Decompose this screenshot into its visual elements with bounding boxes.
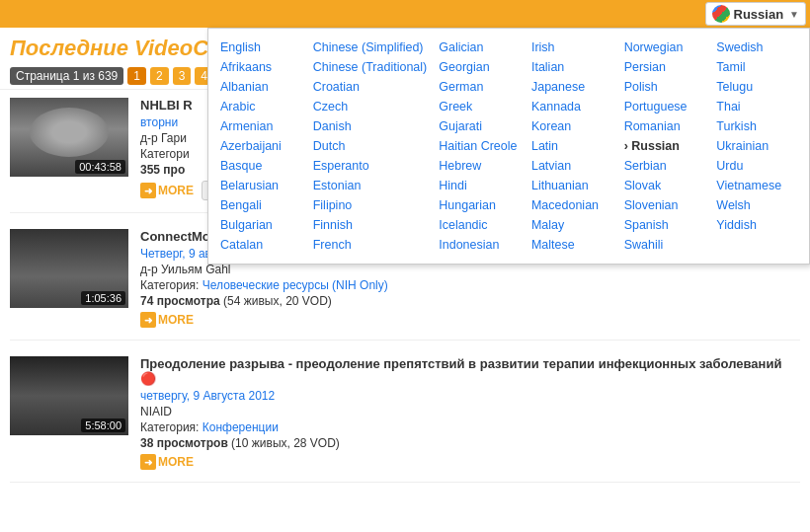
page-num-1[interactable]: 1	[127, 67, 146, 85]
language-option-bulgarian[interactable]: Bulgarian	[216, 216, 305, 234]
video-actions: ➜ MORE	[140, 312, 800, 328]
language-option-english[interactable]: English	[216, 38, 305, 56]
page-num-3[interactable]: 3	[173, 67, 192, 85]
language-option-azerbaijani[interactable]: Azerbaijani	[216, 137, 305, 155]
language-option-thai[interactable]: Thai	[712, 98, 801, 115]
language-option-kannada[interactable]: Kannada	[527, 98, 616, 115]
video-title: Преодоление разрыва - преодоление препят…	[140, 356, 800, 386]
video-thumbnail[interactable]: 00:43:58	[10, 98, 128, 177]
video-category: Категория: Человеческие ресурсы (NIH Onl…	[140, 278, 800, 292]
video-thumbnail[interactable]: 5:58:00	[10, 356, 128, 435]
language-option-albanian[interactable]: Albanian	[216, 78, 305, 96]
more-button[interactable]: ➜ MORE	[140, 454, 194, 470]
language-option-japanese[interactable]: Japanese	[527, 78, 616, 96]
video-thumbnail[interactable]: 1:05:36	[10, 229, 128, 308]
category-link[interactable]: Конференции	[202, 420, 279, 434]
language-option-french[interactable]: French	[309, 236, 432, 254]
video-views: 38 просмотров (10 живых, 28 VOD)	[140, 436, 800, 450]
video-duration: 00:43:58	[75, 160, 125, 174]
language-option-estonian[interactable]: Estonian	[309, 177, 432, 194]
language-option-irish[interactable]: Irish	[527, 38, 616, 56]
video-category: Категория: Конференции	[140, 420, 800, 434]
language-option-arabic[interactable]: Arabic	[216, 98, 305, 115]
language-selector[interactable]: Russian ▼	[705, 2, 806, 26]
language-option-danish[interactable]: Danish	[309, 117, 432, 135]
google-translate-icon	[712, 5, 730, 23]
video-actions: ➜ MORE	[140, 454, 800, 470]
language-option-telugu[interactable]: Telugu	[712, 78, 801, 96]
language-option-slovenian[interactable]: Slovenian	[620, 196, 709, 214]
language-option-greek[interactable]: Greek	[435, 98, 524, 115]
language-option-esperanto[interactable]: Esperanto	[309, 157, 432, 175]
language-option-persian[interactable]: Persian	[620, 58, 709, 76]
language-option-norwegian[interactable]: Norwegian	[620, 38, 709, 56]
language-option-korean[interactable]: Korean	[527, 117, 616, 135]
language-option-romanian[interactable]: Romanian	[620, 117, 709, 135]
language-option-bengali[interactable]: Bengali	[216, 196, 305, 214]
language-option-urdu[interactable]: Urdu	[712, 157, 801, 175]
language-option-icelandic[interactable]: Icelandic	[435, 216, 524, 234]
language-option-czech[interactable]: Czech	[309, 98, 432, 115]
language-option-chinese-(traditional)[interactable]: Chinese (Traditional)	[309, 58, 432, 76]
more-button[interactable]: ➜ MORE	[140, 312, 194, 328]
language-option-tamil[interactable]: Tamil	[712, 58, 801, 76]
language-option-indonesian[interactable]: Indonesian	[435, 236, 524, 254]
language-option-finnish[interactable]: Finnish	[309, 216, 432, 234]
language-option-yiddish[interactable]: Yiddish	[712, 216, 801, 234]
more-arrow-icon: ➜	[140, 454, 156, 470]
language-option-portuguese[interactable]: Portuguese	[620, 98, 709, 115]
current-language-label: Russian	[734, 7, 784, 22]
more-arrow-icon: ➜	[140, 312, 156, 328]
video-duration: 5:58:00	[81, 418, 125, 432]
language-option-filipino[interactable]: Filipino	[309, 196, 432, 214]
language-option-malay[interactable]: Malay	[527, 216, 616, 234]
language-option-spanish[interactable]: Spanish	[620, 216, 709, 234]
language-option-hungarian[interactable]: Hungarian	[435, 196, 524, 214]
language-option-russian[interactable]: Russian	[620, 137, 709, 155]
language-option-welsh[interactable]: Welsh	[712, 196, 801, 214]
language-option-armenian[interactable]: Armenian	[216, 117, 305, 135]
video-speaker: NIAID	[140, 405, 800, 418]
language-option-hebrew[interactable]: Hebrew	[435, 157, 524, 175]
video-duration: 1:05:36	[81, 291, 125, 305]
language-option-chinese-(simplified)[interactable]: Chinese (Simplified)	[309, 38, 432, 56]
language-option-georgian[interactable]: Georgian	[435, 58, 524, 76]
language-option-latvian[interactable]: Latvian	[527, 157, 616, 175]
language-option-catalan[interactable]: Catalan	[216, 236, 305, 254]
dropdown-arrow-icon: ▼	[789, 9, 799, 20]
page-info: Страница 1 из 639	[10, 67, 123, 85]
language-option-belarusian[interactable]: Belarusian	[216, 177, 305, 194]
language-option-maltese[interactable]: Maltese	[527, 236, 616, 254]
language-option-hindi[interactable]: Hindi	[435, 177, 524, 194]
language-option-gujarati[interactable]: Gujarati	[435, 117, 524, 135]
language-option-croatian[interactable]: Croatian	[309, 78, 432, 96]
language-option-german[interactable]: German	[435, 78, 524, 96]
language-option-galician[interactable]: Galician	[435, 38, 524, 56]
language-option-turkish[interactable]: Turkish	[712, 117, 801, 135]
more-button[interactable]: ➜ MORE	[140, 183, 194, 198]
more-arrow-icon: ➜	[140, 183, 156, 198]
language-option-italian[interactable]: Italian	[527, 58, 616, 76]
language-option-basque[interactable]: Basque	[216, 157, 305, 175]
language-option-polish[interactable]: Polish	[620, 78, 709, 96]
language-option-latin[interactable]: Latin	[527, 137, 616, 155]
page-num-2[interactable]: 2	[150, 67, 169, 85]
language-option-ukrainian[interactable]: Ukrainian	[712, 137, 801, 155]
video-date: четвергу, 9 Августа 2012	[140, 389, 800, 403]
language-option-haitian-creole[interactable]: Haitian Creole	[435, 137, 524, 155]
language-option-serbian[interactable]: Serbian	[620, 157, 709, 175]
language-option-dutch[interactable]: Dutch	[309, 137, 432, 155]
video-speaker: д-р Уильям Gahl	[140, 263, 800, 276]
top-bar: Russian ▼	[0, 0, 810, 28]
language-option-slovak[interactable]: Slovak	[620, 177, 709, 194]
video-item: 5:58:00 Преодоление разрыва - преодолени…	[10, 356, 800, 483]
language-option-lithuanian[interactable]: Lithuanian	[527, 177, 616, 194]
language-option-swedish[interactable]: Swedish	[712, 38, 801, 56]
language-option-afrikaans[interactable]: Afrikaans	[216, 58, 305, 76]
category-link[interactable]: Человеческие ресурсы (NIH Only)	[202, 278, 388, 292]
language-option-macedonian[interactable]: Macedonian	[527, 196, 616, 214]
language-option-vietnamese[interactable]: Vietnamese	[712, 177, 801, 194]
language-dropdown: EnglishChinese (Simplified)GalicianIrish…	[207, 28, 810, 265]
language-option-swahili[interactable]: Swahili	[620, 236, 709, 254]
video-views: 74 просмотра (54 живых, 20 VOD)	[140, 294, 800, 308]
